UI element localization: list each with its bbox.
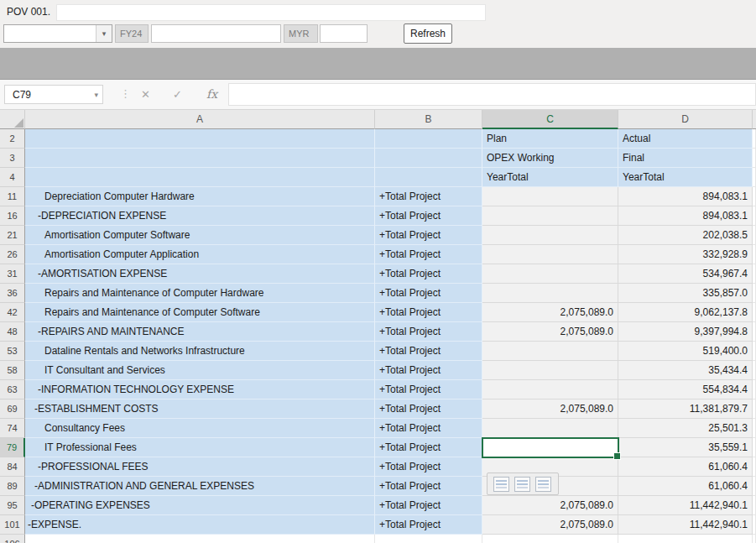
- cell-B106[interactable]: [375, 535, 482, 543]
- cell-C79[interactable]: [482, 438, 618, 457]
- cell-sliver-16[interactable]: [753, 206, 756, 226]
- cell-sliver-69[interactable]: [753, 399, 756, 419]
- cell-A36[interactable]: Repairs and Maintenance of Computer Hard…: [25, 284, 375, 303]
- cell-D95[interactable]: 11,442,940.1: [618, 496, 753, 515]
- cell-sliver-21[interactable]: [753, 226, 756, 245]
- cell-D21[interactable]: 202,038.5: [618, 226, 753, 245]
- cell-C74[interactable]: [482, 419, 618, 438]
- formula-input[interactable]: [228, 83, 756, 106]
- cell-C2[interactable]: Plan: [482, 129, 618, 149]
- row-header-36[interactable]: 36: [0, 284, 25, 303]
- cell-A95[interactable]: -OPERATING EXPENSES: [25, 496, 375, 515]
- cell-D4[interactable]: YearTotal: [618, 168, 753, 187]
- cell-A48[interactable]: -REPAIRS AND MAINTENANCE: [25, 322, 375, 342]
- floating-paste-options-toolbar[interactable]: [487, 473, 559, 495]
- cell-D2[interactable]: Actual: [618, 129, 753, 149]
- cell-C4[interactable]: YearTotal: [482, 168, 618, 187]
- cell-B4[interactable]: [375, 168, 482, 187]
- paste-formatting-icon[interactable]: [535, 477, 551, 492]
- cell-C95[interactable]: 2,075,089.0: [482, 496, 618, 515]
- cell-C11[interactable]: [482, 187, 618, 206]
- insert-function-icon[interactable]: fx: [206, 85, 217, 104]
- cell-sliver-95[interactable]: [753, 496, 756, 515]
- cell-D42[interactable]: 9,062,137.8: [618, 303, 753, 322]
- cell-A79[interactable]: IT Professional Fees: [25, 438, 375, 457]
- cell-B63[interactable]: +Total Project: [375, 380, 482, 399]
- cell-B48[interactable]: +Total Project: [375, 322, 482, 342]
- cell-sliver-36[interactable]: [753, 284, 756, 303]
- cell-D79[interactable]: 35,559.1: [618, 438, 753, 457]
- cell-D11[interactable]: 894,083.1: [618, 187, 753, 206]
- row-header-79[interactable]: 79: [0, 438, 25, 457]
- cell-sliver-106[interactable]: [753, 535, 756, 543]
- cell-D48[interactable]: 9,397,994.8: [618, 322, 753, 342]
- row-header-101[interactable]: 101: [0, 515, 25, 535]
- cell-B2[interactable]: [375, 129, 482, 149]
- row-header-74[interactable]: 74: [0, 419, 25, 438]
- cell-B16[interactable]: +Total Project: [375, 206, 482, 226]
- pov-entity-field[interactable]: [151, 24, 281, 43]
- cell-D69[interactable]: 11,381,879.7: [618, 399, 753, 419]
- cell-B84[interactable]: +Total Project: [375, 457, 482, 477]
- cell-A4[interactable]: [25, 168, 375, 187]
- cell-D31[interactable]: 534,967.4: [618, 264, 753, 284]
- column-header-A[interactable]: A: [25, 110, 375, 129]
- row-header-42[interactable]: 42: [0, 303, 25, 322]
- column-header-B[interactable]: B: [375, 110, 482, 129]
- row-header-63[interactable]: 63: [0, 380, 25, 399]
- cell-A42[interactable]: Repairs and Maintenance of Computer Soft…: [25, 303, 375, 322]
- row-header-11[interactable]: 11: [0, 187, 25, 206]
- cell-D3[interactable]: Final: [618, 149, 753, 168]
- row-header-21[interactable]: 21: [0, 226, 25, 245]
- pov-year-field[interactable]: FY24: [115, 24, 149, 43]
- cell-B31[interactable]: +Total Project: [375, 264, 482, 284]
- cell-B26[interactable]: +Total Project: [375, 245, 482, 264]
- pov-text-box[interactable]: [56, 4, 486, 21]
- cell-B101[interactable]: +Total Project: [375, 515, 482, 535]
- cell-sliver-26[interactable]: [753, 245, 756, 264]
- cell-B79[interactable]: +Total Project: [375, 438, 482, 457]
- cell-sliver-31[interactable]: [753, 264, 756, 284]
- cell-C58[interactable]: [482, 361, 618, 380]
- cell-B11[interactable]: +Total Project: [375, 187, 482, 206]
- name-box-dropdown-icon[interactable]: ▾: [94, 86, 98, 103]
- row-header-89[interactable]: 89: [0, 477, 25, 496]
- cell-D16[interactable]: 894,083.1: [618, 206, 753, 226]
- cell-A101[interactable]: -EXPENSE.: [25, 515, 375, 535]
- cell-sliver-2[interactable]: [753, 129, 756, 149]
- cell-B95[interactable]: +Total Project: [375, 496, 482, 515]
- cell-A53[interactable]: Dataline Rentals and Networks Infrastruc…: [25, 342, 375, 361]
- cell-A3[interactable]: [25, 149, 375, 168]
- cell-A58[interactable]: IT Consultant and Services: [25, 361, 375, 380]
- cell-C36[interactable]: [482, 284, 618, 303]
- cell-sliver-79[interactable]: [753, 438, 756, 457]
- pov-currency-field[interactable]: MYR: [284, 24, 318, 43]
- cell-A89[interactable]: -ADMINISTRATION AND GENERAL EXPENSES: [25, 477, 375, 496]
- cell-A21[interactable]: Amortisation Computer Software: [25, 226, 375, 245]
- cell-A16[interactable]: -DEPRECIATION EXPENSE: [25, 206, 375, 226]
- row-header-2[interactable]: 2: [0, 129, 25, 149]
- cell-C106[interactable]: [482, 535, 618, 543]
- cell-C42[interactable]: 2,075,089.0: [482, 303, 618, 322]
- cell-D106[interactable]: [618, 535, 753, 543]
- row-header-95[interactable]: 95: [0, 496, 25, 515]
- cell-C48[interactable]: 2,075,089.0: [482, 322, 618, 342]
- cancel-icon[interactable]: ✕: [141, 85, 150, 104]
- cell-sliver-53[interactable]: [753, 342, 756, 361]
- cell-A74[interactable]: Consultancy Fees: [25, 419, 375, 438]
- cell-sliver-101[interactable]: [753, 515, 756, 535]
- cell-sliver-42[interactable]: [753, 303, 756, 322]
- row-header-84[interactable]: 84: [0, 457, 25, 477]
- cell-C21[interactable]: [482, 226, 618, 245]
- cell-A26[interactable]: Amortisation Computer Application: [25, 245, 375, 264]
- cell-sliver-84[interactable]: [753, 457, 756, 477]
- cell-A84[interactable]: -PROFESSIONAL FEES: [25, 457, 375, 477]
- cell-sliver-63[interactable]: [753, 380, 756, 399]
- cell-sliver-48[interactable]: [753, 322, 756, 342]
- paste-values-icon[interactable]: [514, 477, 530, 492]
- cell-B69[interactable]: +Total Project: [375, 399, 482, 419]
- paste-keep-source-format-icon[interactable]: [493, 477, 509, 492]
- cell-D84[interactable]: 61,060.4: [618, 457, 753, 477]
- column-header-D[interactable]: D: [618, 110, 753, 129]
- pov-version-field[interactable]: [320, 24, 368, 43]
